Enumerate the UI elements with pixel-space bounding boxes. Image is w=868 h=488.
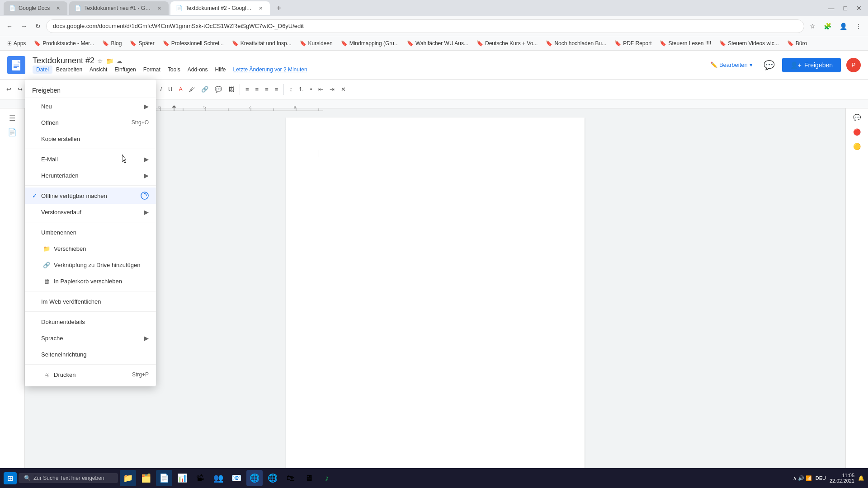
tab-2-close[interactable]: ✕	[156, 5, 163, 12]
url-bar[interactable]	[46, 19, 804, 33]
image-button[interactable]: 🖼	[226, 84, 237, 94]
italic-button[interactable]: I	[157, 84, 165, 94]
taskbar-chrome-button[interactable]: 🌐	[246, 470, 263, 486]
tab-1-close[interactable]: ✕	[54, 5, 62, 12]
move-to-folder-icon[interactable]: 📁	[106, 57, 113, 65]
edit-mode-badge[interactable]: ✏️ Bearbeiten ▾	[707, 60, 756, 70]
last-save-label[interactable]: Letzte Änderung vor 2 Minuten	[233, 66, 307, 73]
menu-item-verknuepfung[interactable]: 🔗 Verknüpfung zu Drive hinzufügen	[25, 257, 156, 273]
bookmark-steuern-videos[interactable]: 🔖 Steuern Videos wic...	[716, 39, 783, 47]
bookmark-deutsche-kurs[interactable]: 🔖 Deutsche Kurs + Vo...	[473, 39, 541, 47]
menu-item-sprache[interactable]: Sprache ▶	[25, 330, 156, 346]
menu-tools[interactable]: Tools	[164, 66, 184, 74]
menu-item-kopie[interactable]: Kopie erstellen	[25, 131, 156, 147]
highlight-button[interactable]: 🖊	[186, 84, 198, 94]
document-page[interactable]	[286, 117, 585, 479]
taskbar-edge-button[interactable]: 🌐	[264, 470, 281, 486]
profile-button[interactable]: 👤	[837, 21, 850, 32]
unordered-list-button[interactable]: •	[307, 84, 315, 94]
comments-icon[interactable]: 💬	[851, 112, 863, 123]
menu-ansicht[interactable]: Ansicht	[86, 66, 111, 74]
taskbar-explorer-button[interactable]: 🗂️	[138, 470, 154, 486]
undo-button[interactable]: ↩	[4, 84, 14, 94]
comment-toolbar-button[interactable]: 💬	[212, 84, 225, 94]
menu-item-drucken[interactable]: 🖨 Drucken Strg+P	[25, 366, 156, 383]
bookmark-wahlfaecher[interactable]: 🔖 Wahlfächer WU Aus...	[403, 39, 472, 47]
indent-decrease-button[interactable]: ⇤	[316, 84, 326, 94]
comment-icon[interactable]: 💬	[762, 58, 777, 72]
bookmark-steuern-lesen[interactable]: 🔖 Steuern Lesen !!!!	[656, 39, 715, 47]
taskbar-desktop-button[interactable]: 🖥	[301, 470, 317, 486]
bookmark-hochladen[interactable]: 🔖 Noch hochladen Bu...	[542, 39, 610, 47]
menu-item-dokumentdetails[interactable]: Dokumentdetails	[25, 314, 156, 330]
bookmark-produktsuche[interactable]: 🔖 Produktsuche - Mer...	[30, 39, 98, 47]
cloud-sync-icon[interactable]: ☁	[116, 57, 123, 65]
maximize-button[interactable]: □	[841, 3, 850, 14]
taskbar-teams-button[interactable]: 👥	[210, 470, 226, 486]
menu-item-offline[interactable]: ✓ Offline verfügbar machen	[25, 188, 156, 204]
taskbar-powerpoint-button[interactable]: 📽	[192, 470, 208, 486]
menu-item-herunterladen[interactable]: Herunterladen ▶	[25, 167, 156, 183]
new-tab-button[interactable]: +	[274, 4, 284, 13]
right-panel-icon-2[interactable]: 🔴	[851, 127, 863, 137]
bookmark-spaeter[interactable]: 🔖 Später	[126, 39, 158, 47]
tab-2[interactable]: 📄 Textdokument neu #1 - Google ... ✕	[69, 1, 169, 15]
menu-item-email[interactable]: E-Mail ▶	[25, 151, 156, 167]
taskbar-files-button[interactable]: 📁	[120, 470, 136, 486]
menu-item-oeffnen[interactable]: Öffnen Strg+O	[25, 114, 156, 131]
bookmark-star-button[interactable]: ☆	[807, 21, 818, 32]
bookmark-pdf[interactable]: 🔖 PDF Report	[611, 39, 655, 47]
menu-item-papierkorb[interactable]: 🗑 In Papierkorb verschieben	[25, 273, 156, 289]
menu-item-umbenennen[interactable]: Umbenennen	[25, 224, 156, 240]
taskbar-word-button[interactable]: 📄	[156, 470, 172, 486]
bookmark-buero[interactable]: 🔖 Büro	[783, 39, 811, 47]
menu-bearbeiten[interactable]: Bearbeiten	[52, 66, 86, 74]
bookmark-mindmapping[interactable]: 🔖 Mindmapping (Gru...	[337, 39, 402, 47]
menu-item-seiteneinrichtung[interactable]: Seiteneinrichtung	[25, 346, 156, 362]
menu-item-webveroeffentlichen[interactable]: Im Web veröffentlichen	[25, 293, 156, 310]
align-left-button[interactable]: ≡	[243, 84, 252, 94]
underline-button[interactable]: U	[165, 84, 175, 94]
bookmark-professionell[interactable]: 🔖 Professionell Schrei...	[159, 39, 227, 47]
forward-button[interactable]: →	[18, 21, 30, 32]
taskbar-search-box[interactable]: 🔍 Zur Suche Text hier eingeben	[19, 473, 118, 483]
notification-icon[interactable]: 🔔	[858, 475, 864, 481]
justify-button[interactable]: ≡	[272, 84, 281, 94]
link-button[interactable]: 🔗	[198, 84, 211, 94]
indent-increase-button[interactable]: ⇥	[327, 84, 337, 94]
clear-formatting-button[interactable]: ✕	[338, 84, 349, 94]
menu-item-neu[interactable]: Neu ▶	[25, 98, 156, 114]
menu-item-verschieben[interactable]: 📁 Verschieben	[25, 240, 156, 257]
start-button[interactable]: ⊞	[4, 472, 17, 484]
menu-item-versionsverlauf[interactable]: Versionsverlauf ▶	[25, 204, 156, 220]
line-spacing-button[interactable]: ↕	[287, 84, 295, 94]
bookmark-kreativitaet[interactable]: 🔖 Kreativität und Insp...	[228, 39, 295, 47]
bookmark-apps[interactable]: ⊞ Apps	[4, 39, 29, 47]
tab-3[interactable]: 📄 Textdokument #2 - Google ... ✕	[170, 1, 270, 15]
ordered-list-button[interactable]: 1.	[296, 84, 307, 94]
close-window-button[interactable]: ✕	[854, 3, 864, 14]
share-button[interactable]: 👤+ Freigeben	[782, 58, 841, 72]
tab-1[interactable]: 📄 Google Docs ✕	[4, 1, 67, 15]
back-button[interactable]: ←	[4, 21, 15, 32]
outline-icon[interactable]: ☰	[7, 112, 17, 124]
align-right-button[interactable]: ≡	[262, 84, 271, 94]
bookmark-kursideen[interactable]: 🔖 Kursideen	[296, 39, 336, 47]
tab-3-close[interactable]: ✕	[257, 5, 264, 12]
taskbar-store-button[interactable]: 🛍	[283, 470, 299, 486]
redo-button[interactable]: ↪	[15, 84, 25, 94]
user-avatar[interactable]: P	[846, 58, 861, 72]
reload-button[interactable]: ↻	[33, 21, 43, 32]
extension-button[interactable]: 🧩	[821, 21, 834, 32]
align-center-button[interactable]: ≡	[253, 84, 262, 94]
doc-title[interactable]: Textdokument #2	[33, 56, 94, 66]
menu-datei[interactable]: Datei	[33, 66, 52, 74]
text-color-button[interactable]: A	[176, 84, 185, 94]
page-icon[interactable]: 📄	[6, 126, 19, 138]
menu-addons[interactable]: Add-ons	[184, 66, 212, 74]
taskbar-spotify-button[interactable]: ♪	[319, 470, 335, 486]
menu-hilfe[interactable]: Hilfe	[212, 66, 230, 74]
bookmark-blog[interactable]: 🔖 Blog	[99, 39, 125, 47]
star-icon[interactable]: ☆	[97, 57, 103, 65]
settings-button[interactable]: ⋮	[853, 21, 864, 32]
